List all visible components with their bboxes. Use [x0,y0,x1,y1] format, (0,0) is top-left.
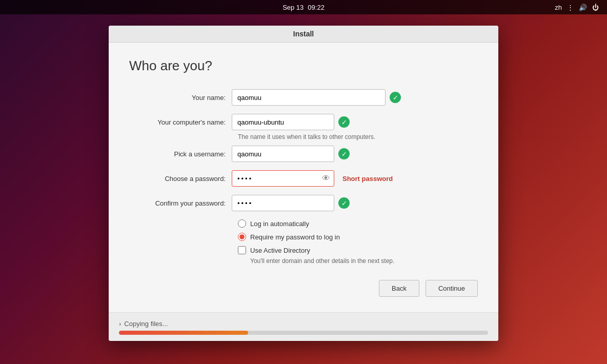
progress-label: › Copying files... [119,320,488,328]
page-title: Who are you? [129,58,478,74]
confirm-password-input[interactable] [232,195,334,211]
window-title: Install [293,30,314,38]
taskbar: Sep 13 09:22 zh ⋮ 🔊 ⏻ [0,0,607,14]
progress-bar-container [119,331,488,335]
active-directory-row: Use Active Directory [238,246,478,254]
login-auto-row: Log in automatically [238,219,478,228]
your-name-check-icon: ✓ [390,92,401,103]
your-name-input[interactable] [232,89,386,106]
progress-area: › Copying files... [109,312,498,341]
computer-name-input-group: ✓ [232,114,478,130]
username-check-icon: ✓ [338,148,350,159]
computer-name-check-icon: ✓ [338,116,350,128]
progress-text: Copying files... [124,320,168,328]
require-password-label[interactable]: Require my password to log in [250,233,340,241]
continue-button[interactable]: Continue [426,280,478,297]
confirm-password-label: Confirm your password: [129,199,232,207]
your-name-row: Your name: ✓ [129,89,478,106]
network-icon[interactable]: ⋮ [567,4,574,11]
active-directory-label[interactable]: Use Active Directory [250,247,310,254]
back-button[interactable]: Back [379,280,419,297]
confirm-password-row: Confirm your password: ✓ [129,195,478,211]
progress-chevron: › [119,320,121,328]
login-auto-radio[interactable] [238,219,246,228]
computer-name-hint: The name it uses when it talks to other … [238,133,478,140]
confirm-password-check-icon: ✓ [338,197,350,209]
power-icon[interactable]: ⏻ [592,4,599,11]
taskbar-clock: Sep 13 09:22 [282,4,325,11]
window-content: Who are you? Your name: ✓ Your computer'… [109,43,498,312]
confirm-password-input-group: ✓ [232,195,478,211]
username-label: Pick a username: [129,150,232,158]
login-options: Log in automatically Require my password… [238,219,478,265]
require-password-row: Require my password to log in [238,233,478,241]
computer-name-row: Your computer's name: ✓ [129,114,478,130]
window-titlebar: Install [109,26,498,43]
taskbar-date: Sep 13 [282,4,304,11]
volume-icon[interactable]: 🔊 [579,4,587,11]
computer-name-input[interactable] [232,114,334,130]
password-toggle-icon[interactable]: 👁 [322,174,330,183]
active-directory-checkbox[interactable] [238,246,246,254]
password-label: Choose a password: [129,175,232,183]
password-input[interactable] [232,170,334,187]
username-row: Pick a username: ✓ [129,146,478,162]
require-password-radio[interactable] [238,233,246,241]
lang-indicator[interactable]: zh [555,4,562,11]
password-row: Choose a password: 👁 Short password [129,170,478,187]
login-auto-label[interactable]: Log in automatically [250,220,309,228]
your-name-label: Your name: [129,94,232,102]
short-password-message: Short password [342,175,393,183]
button-row: Back Continue [129,280,478,302]
password-input-group: 👁 Short password [232,170,478,187]
active-directory-hint: You'll enter domain and other details in… [250,257,478,265]
computer-name-label: Your computer's name: [129,118,232,126]
taskbar-right: zh ⋮ 🔊 ⏻ [555,4,599,11]
password-wrapper: 👁 [232,170,334,187]
username-input-group: ✓ [232,146,478,162]
progress-bar-fill [119,331,248,335]
username-input[interactable] [232,146,334,162]
your-name-input-group: ✓ [232,89,478,106]
install-window: Install Who are you? Your name: ✓ Your c… [109,26,498,341]
taskbar-time: 09:22 [308,4,325,11]
